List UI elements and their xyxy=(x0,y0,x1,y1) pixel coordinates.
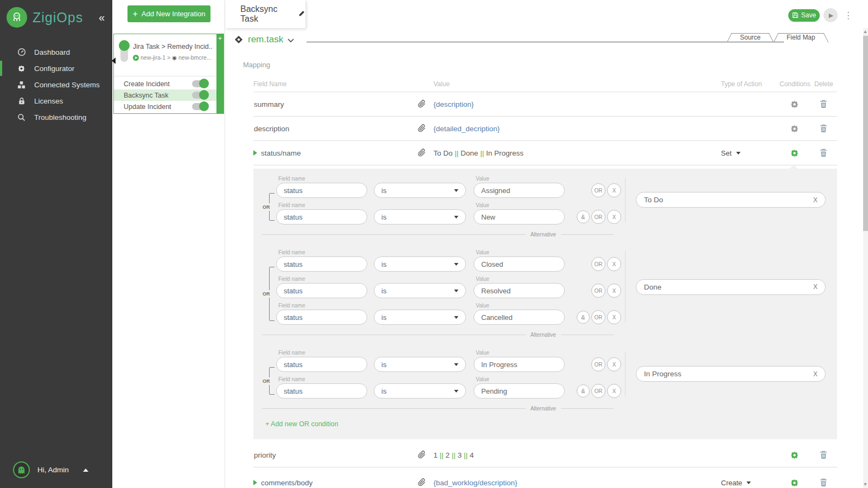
value-variable[interactable]: {description} xyxy=(433,92,474,117)
or-button[interactable]: OR xyxy=(591,210,605,224)
user-caret-icon[interactable] xyxy=(83,468,88,472)
or-button[interactable]: OR xyxy=(591,310,605,324)
field-name-input[interactable]: status xyxy=(276,209,367,224)
result-value-input[interactable]: To DoX xyxy=(636,192,826,208)
value-input[interactable]: Closed xyxy=(474,256,565,272)
action-update-incident[interactable]: Update Incident xyxy=(114,101,224,112)
and-button[interactable]: & xyxy=(577,311,590,324)
type-of-action-dropdown[interactable]: Create xyxy=(721,471,751,488)
save-button[interactable]: Save xyxy=(788,9,820,22)
or-button[interactable]: OR xyxy=(591,357,605,371)
integration-add-strip[interactable]: + xyxy=(216,34,224,113)
integration-card-header[interactable]: Jira Task > Remedy Incid... ➤ new-jira-1… xyxy=(114,34,224,76)
remove-condition-button[interactable]: X xyxy=(607,357,621,371)
operator-select[interactable]: is xyxy=(374,383,466,399)
or-button[interactable]: OR xyxy=(591,384,605,398)
sidebar-item-connected-systems[interactable]: Connected Systems xyxy=(0,76,112,93)
operator-select[interactable]: is xyxy=(374,256,466,272)
sidebar-item-licenses[interactable]: Licenses xyxy=(0,93,112,109)
action-create-incident[interactable]: Create Incident xyxy=(114,78,224,89)
field-name-input[interactable]: status xyxy=(276,256,367,272)
integration-toggle-icon[interactable] xyxy=(120,42,128,62)
integration-subtitle: ➤ new-jira-1 > ◉ new-bmcre... xyxy=(133,54,213,61)
run-button[interactable]: ▶ xyxy=(824,8,838,22)
remove-condition-button[interactable]: X xyxy=(607,310,621,324)
operator-select[interactable]: is xyxy=(374,310,466,325)
or-button[interactable]: OR xyxy=(591,257,605,271)
action-backsync-task[interactable]: Backsync Task xyxy=(114,89,224,101)
scroll-down-icon[interactable] xyxy=(864,483,867,486)
col-delete: Delete xyxy=(814,80,833,88)
operator-select[interactable]: is xyxy=(374,183,466,198)
value-input[interactable]: Cancelled xyxy=(474,310,565,325)
or-button[interactable]: OR xyxy=(591,284,605,298)
result-value-input[interactable]: DoneX xyxy=(636,279,826,295)
field-name-input[interactable]: status xyxy=(276,357,367,372)
edit-pencil-icon[interactable] xyxy=(298,9,305,19)
scrollbar-thumb[interactable] xyxy=(863,36,868,231)
delete-trash-icon[interactable] xyxy=(820,124,827,135)
or-button[interactable]: OR xyxy=(591,183,605,197)
conditions-gear-icon[interactable] xyxy=(789,99,800,110)
add-new-integration-button[interactable]: + Add New Integration xyxy=(127,5,210,22)
sidebar-item-configurator[interactable]: Configurator xyxy=(0,60,112,76)
expand-arrow-icon[interactable] xyxy=(253,480,257,485)
operator-select[interactable]: is xyxy=(374,209,466,224)
conditions-gear-icon[interactable] xyxy=(789,478,800,488)
type-of-action-dropdown[interactable]: Set xyxy=(721,141,741,165)
more-options-button[interactable]: ⋮ xyxy=(841,10,855,21)
tab-source[interactable]: Source xyxy=(731,33,770,42)
conditions-gear-icon[interactable] xyxy=(789,148,800,158)
condition-row: Field nameValue status is Closed ORX xyxy=(276,249,622,272)
and-button[interactable]: & xyxy=(577,210,590,223)
integration-actions-list: Create Incident Backsync Task Update Inc… xyxy=(114,76,224,112)
create-incident-toggle[interactable] xyxy=(192,80,208,87)
clear-result-button[interactable]: X xyxy=(813,283,818,291)
page-title-tab: Backsync Task xyxy=(225,0,305,28)
mapping-table: Field Name Value Type of Action Conditio… xyxy=(253,78,837,488)
conditions-gear-icon[interactable] xyxy=(789,450,800,460)
entity-selector[interactable]: rem.task xyxy=(236,34,294,45)
remove-condition-button[interactable]: X xyxy=(607,183,621,197)
field-name-input[interactable]: status xyxy=(276,183,367,198)
backsync-task-toggle[interactable] xyxy=(192,92,208,99)
value-input[interactable]: Pending xyxy=(474,383,565,399)
tab-field-map[interactable]: Field Map xyxy=(777,33,825,42)
operator-select[interactable]: is xyxy=(374,283,466,298)
remove-condition-button[interactable]: X xyxy=(607,384,621,398)
delete-trash-icon[interactable] xyxy=(820,149,827,159)
add-new-or-condition-link[interactable]: + Add new OR condition xyxy=(265,420,837,428)
operator-select[interactable]: is xyxy=(374,357,466,372)
value-variable[interactable]: {bad_worklog/description} xyxy=(433,471,518,488)
value-input[interactable]: Assigned xyxy=(474,183,565,198)
value-variable[interactable]: {detailed_decription} xyxy=(433,117,500,141)
clear-result-button[interactable]: X xyxy=(813,370,818,378)
scrollbar[interactable] xyxy=(863,28,868,488)
entity-name: rem.task xyxy=(248,34,283,45)
delete-trash-icon[interactable] xyxy=(820,100,827,111)
remove-condition-button[interactable]: X xyxy=(607,284,621,298)
value-input[interactable]: Resolved xyxy=(474,283,565,298)
clear-result-button[interactable]: X xyxy=(813,196,818,204)
field-name-input[interactable]: status xyxy=(276,283,367,298)
sidebar-item-dashboard[interactable]: Dashboard xyxy=(0,44,112,60)
sidebar-collapse-icon[interactable]: « xyxy=(99,11,105,24)
update-incident-toggle[interactable] xyxy=(192,103,208,110)
field-name-input[interactable]: status xyxy=(276,383,367,399)
delete-trash-icon[interactable] xyxy=(820,478,827,488)
value-input[interactable]: New xyxy=(474,209,565,224)
expand-arrow-icon[interactable] xyxy=(253,150,257,156)
delete-trash-icon[interactable] xyxy=(820,451,827,461)
user-menu[interactable]: Hi, Admin xyxy=(13,461,88,478)
value-input[interactable]: In Progress xyxy=(474,357,565,372)
sidebar-item-troubleshooting[interactable]: Troubleshooting xyxy=(0,109,112,125)
field-name-input[interactable]: status xyxy=(276,310,367,325)
result-value-input[interactable]: In ProgressX xyxy=(636,366,826,382)
and-button[interactable]: & xyxy=(577,384,590,397)
remove-condition-button[interactable]: X xyxy=(607,210,621,224)
scroll-up-icon[interactable] xyxy=(864,30,867,33)
conditions-gear-icon[interactable] xyxy=(789,124,800,134)
panel-collapse-handle[interactable] xyxy=(112,57,116,64)
chevron-down-icon[interactable] xyxy=(288,35,294,45)
remove-condition-button[interactable]: X xyxy=(607,257,621,271)
